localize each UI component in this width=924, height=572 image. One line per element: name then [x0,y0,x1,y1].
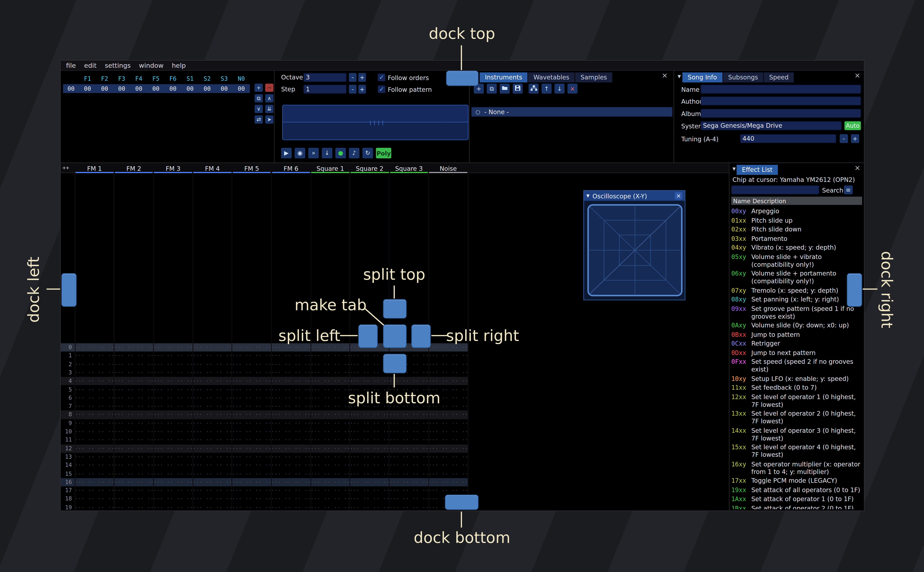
effect-row[interactable]: 0CxxRetrigger [731,340,863,347]
pattern-cell[interactable]: ··· ·· ·· ···· [389,461,428,469]
pattern-cell[interactable]: ··· ·· ·· ···· [389,436,428,444]
system-field[interactable]: Sega Genesis/Mega Drive [701,121,841,130]
channel-header-square-1[interactable]: Square 1 [311,163,350,173]
pattern-cell[interactable]: ··· ·· ·· ···· [193,377,232,385]
pattern-cell[interactable]: ··· ·· ·· ···· [114,402,153,410]
pattern-cell[interactable]: ··· ·· ·· ···· [153,360,193,368]
play-to-cursor-button[interactable]: » [308,148,319,159]
pattern-cell[interactable]: ··· ·· ·· ···· [311,352,350,360]
pattern-cell[interactable]: ··· ·· ·· ···· [428,352,468,360]
pattern-cell[interactable]: ··· ·· ·· ···· [114,410,153,419]
pattern-cell[interactable]: ··· ·· ·· ···· [389,503,428,511]
pattern-cell[interactable]: ··· ·· ·· ···· [193,452,232,461]
pattern-cell[interactable]: ··· ·· ·· ···· [75,503,114,511]
pattern-cell[interactable]: ··· ·· ·· ···· [75,478,114,486]
pattern-cell[interactable]: ··· ·· ·· ···· [311,419,350,427]
effect-row[interactable]: 09xxSet groove pattern (speed 1 if no gr… [731,305,863,320]
pattern-cell[interactable]: ··· ·· ·· ···· [193,427,232,436]
effect-row[interactable]: 12xxSet level of operator 1 (0 highest, … [731,393,863,408]
effect-row[interactable]: 0BxxJump to pattern [731,331,863,338]
effect-row[interactable]: 14xxSet level of operator 3 (0 highest, … [731,426,863,442]
move-order-up-button[interactable]: ∧ [265,94,273,103]
pattern-cell[interactable]: ··· ·· ·· ···· [232,427,271,436]
effect-row[interactable]: 11xxSet feedback (0 to 7) [731,384,863,392]
follow-pattern-checkbox[interactable] [378,85,385,93]
tab-speed[interactable]: Speed [764,72,794,82]
oscilloscope-window[interactable]: ▼ Oscilloscope (X-Y) × [583,190,685,300]
pattern-cell[interactable]: ··· ·· ·· ···· [271,410,311,419]
pattern-row[interactable]: 13··· ·· ·· ······· ·· ·· ······· ·· ·· … [61,452,468,461]
dock-left-target[interactable] [61,273,76,307]
pattern-cell[interactable]: ··· ·· ·· ···· [350,427,389,436]
pattern-cell[interactable]: ··· ·· ·· ···· [75,495,114,503]
pattern-cell[interactable]: ··· ·· ·· ···· [311,360,350,368]
order-cell[interactable]: 00 [147,84,164,93]
pattern-cell[interactable]: ··· ·· ·· ···· [75,343,114,352]
song-info-close-icon[interactable]: × [854,72,860,80]
pattern-cell[interactable]: ··· ·· ·· ···· [232,377,271,385]
pattern-cell[interactable]: ··· ·· ·· ···· [75,427,114,436]
pattern-cell[interactable]: ··· ·· ·· ···· [271,487,311,495]
pattern-cell[interactable]: ··· ·· ·· ···· [153,410,193,419]
pattern-row[interactable]: 10··· ·· ·· ······· ·· ·· ······· ·· ·· … [61,427,468,436]
effect-list-collapse-icon[interactable]: ▼ [732,166,736,171]
pattern-cell[interactable]: ··· ·· ·· ···· [114,394,153,402]
effect-row[interactable]: 08xySet panning (x: left; y: right) [731,295,863,303]
order-cell[interactable]: 00 [79,84,96,93]
pattern-cell[interactable]: ··· ·· ·· ···· [193,394,232,402]
pattern-cell[interactable]: ··· ·· ·· ···· [311,394,350,402]
author-field[interactable] [701,96,861,106]
pattern-cell[interactable]: ··· ·· ·· ···· [311,385,350,394]
pattern-cell[interactable]: ··· ·· ·· ···· [428,478,468,486]
make-tab-target[interactable] [383,325,407,348]
pattern-cell[interactable]: ··· ·· ·· ···· [153,402,193,410]
name-field[interactable] [701,85,861,94]
pattern-cell[interactable]: ··· ·· ·· ···· [232,478,271,486]
pattern-cell[interactable]: ··· ·· ·· ···· [428,410,468,419]
pattern-cell[interactable]: ··· ·· ·· ···· [311,495,350,503]
pattern-cell[interactable]: ··· ·· ·· ···· [428,427,468,436]
pattern-cell[interactable]: ··· ·· ·· ···· [193,352,232,360]
step-one-row-button[interactable]: ↓ [322,148,332,159]
pattern-cell[interactable]: ··· ·· ·· ···· [271,402,311,410]
channel-header-fm-4[interactable]: FM 4 [193,163,232,173]
channel-header-fm-1[interactable]: FM 1 [75,163,114,173]
effect-list-menu-button[interactable]: ≡ [844,185,853,194]
pattern-cell[interactable]: ··· ·· ·· ···· [428,360,468,368]
instrument-list-item[interactable]: ○- None - [471,107,672,117]
effect-row[interactable]: 0AxyVolume slide (0y: down; x0: up) [731,322,863,329]
pattern-cell[interactable]: ··· ·· ·· ···· [389,410,428,419]
order-cell[interactable]: 00 [113,84,130,93]
pattern-row[interactable]: 18··· ·· ·· ······· ·· ·· ······· ·· ·· … [61,495,468,503]
pattern-cell[interactable]: ··· ·· ·· ···· [428,419,468,427]
orders-row[interactable]: 0000000000000000000000 [63,84,250,93]
pattern-cell[interactable]: ··· ·· ·· ···· [114,352,153,360]
pattern-cell[interactable]: ··· ·· ·· ···· [193,410,232,419]
pattern-cell[interactable]: ··· ·· ·· ···· [232,360,271,368]
order-column-s1[interactable]: S1 [181,75,199,83]
effect-row[interactable]: 0DxxJump to next pattern [731,349,863,357]
pattern-cell[interactable]: ··· ·· ·· ···· [75,444,114,452]
pattern-cell[interactable]: ··· ·· ·· ···· [153,469,193,478]
pattern-cell[interactable]: ··· ·· ·· ···· [271,452,311,461]
pattern-cell[interactable]: ··· ·· ·· ···· [153,343,193,352]
step-input[interactable]: 1 [304,85,346,94]
remove-order-button[interactable]: − [265,84,273,92]
effect-row[interactable]: 13xxSet level of operator 2 (0 highest, … [731,410,863,425]
pattern-cell[interactable]: ··· ·· ·· ···· [428,487,468,495]
pattern-row[interactable]: 15··· ·· ·· ······· ·· ·· ······· ·· ·· … [61,469,468,478]
pattern-cell[interactable]: ··· ·· ·· ···· [232,495,271,503]
pattern-cell[interactable]: ··· ·· ·· ···· [232,452,271,461]
metronome-button[interactable]: ♪ [349,148,360,159]
pattern-cell[interactable]: ··· ·· ·· ···· [271,360,311,368]
pattern-cell[interactable]: ··· ·· ·· ···· [389,452,428,461]
oscilloscope-collapse-icon[interactable]: ▼ [586,193,589,198]
pattern-cell[interactable]: ··· ·· ·· ···· [232,385,271,394]
pattern-cell[interactable]: ··· ·· ·· ···· [311,503,350,511]
pattern-cell[interactable]: ··· ·· ·· ···· [232,368,271,377]
pattern-cell[interactable]: ··· ·· ·· ···· [350,495,389,503]
pattern-row[interactable]: 0··· ·· ·· ······· ·· ·· ······· ·· ·· ·… [61,343,468,352]
pattern-cell[interactable]: ··· ·· ·· ···· [114,377,153,385]
channel-header-fm-6[interactable]: FM 6 [271,163,311,173]
pattern-cell[interactable]: ··· ·· ·· ···· [193,402,232,410]
